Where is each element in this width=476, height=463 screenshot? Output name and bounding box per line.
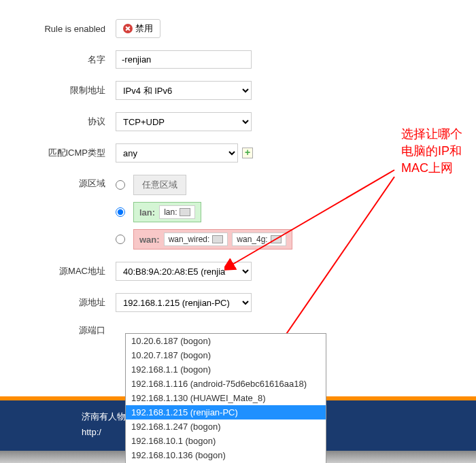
dropdown-option[interactable]: 192.168.10.1 (bogon) <box>126 434 326 448</box>
zone-lan-iface: lan: <box>159 205 195 219</box>
source-zone-label: 源区域 <box>14 175 116 190</box>
source-addr-select[interactable]: 192.168.1.215 (renjian-PC) <box>116 293 252 312</box>
dropdown-option[interactable]: 192.168.1.116 (android-75d6ebc61616aa18) <box>126 377 326 391</box>
zone-any-label: 任意区域 <box>133 175 186 195</box>
zone-any-radio[interactable] <box>116 180 125 190</box>
restrict-addr-label: 限制地址 <box>14 84 116 97</box>
dropdown-option[interactable]: 192.168.10.136 (bogon) <box>126 448 326 462</box>
source-mac-label: 源MAC地址 <box>14 265 116 277</box>
zone-lan-radio[interactable] <box>116 207 125 217</box>
name-label: 名字 <box>14 54 116 66</box>
disable-button-label: 禁用 <box>135 22 153 35</box>
source-mac-select[interactable]: 40:B8:9A:20:A8:E5 (renjia <box>116 262 252 281</box>
annotation-text: 选择让哪个 电脑的IP和 MAC上网 <box>401 126 462 177</box>
dropdown-option[interactable]: 10.20.7.187 (bogon) <box>126 348 326 362</box>
icmp-label: 匹配ICMP类型 <box>14 147 116 159</box>
zone-lan-badge: lan: lan: <box>133 202 201 222</box>
dropdown-option[interactable]: 192.168.1.215 (renjian-PC) <box>126 405 326 419</box>
network-icon <box>180 208 190 216</box>
close-icon <box>123 24 133 33</box>
zone-wan-iface1: wan_wired: <box>164 233 228 246</box>
source-port-label: 源端口 <box>14 324 116 337</box>
restrict-addr-select[interactable]: IPv4 和 IPv6 <box>116 81 252 100</box>
source-addr-label: 源地址 <box>14 296 116 309</box>
rule-enabled-label: Rule is enabled <box>14 24 116 34</box>
source-addr-dropdown[interactable]: 10.20.6.187 (bogon)10.20.7.187 (bogon)19… <box>125 333 326 463</box>
zone-wan-iface2: wan_4g: <box>232 233 286 246</box>
dropdown-option[interactable]: 192.168.1.1 (bogon) <box>126 362 326 377</box>
icmp-select[interactable]: any <box>116 143 238 162</box>
zone-wan-badge: wan: wan_wired: wan_4g: <box>133 229 292 250</box>
disable-button[interactable]: 禁用 <box>116 19 160 38</box>
network-icon <box>212 235 223 243</box>
name-input[interactable] <box>116 50 252 69</box>
network-icon <box>271 235 282 243</box>
protocol-select[interactable]: TCP+UDP <box>116 112 252 131</box>
zone-wan-radio[interactable] <box>116 235 125 244</box>
dropdown-option[interactable]: 192.168.1.130 (HUAWEI_Mate_8) <box>126 391 326 405</box>
dropdown-option[interactable]: 192.168.1.247 (bogon) <box>126 419 326 434</box>
add-icon[interactable] <box>242 148 253 158</box>
protocol-label: 协议 <box>14 116 116 128</box>
dropdown-option[interactable]: 10.20.6.187 (bogon) <box>126 334 326 348</box>
